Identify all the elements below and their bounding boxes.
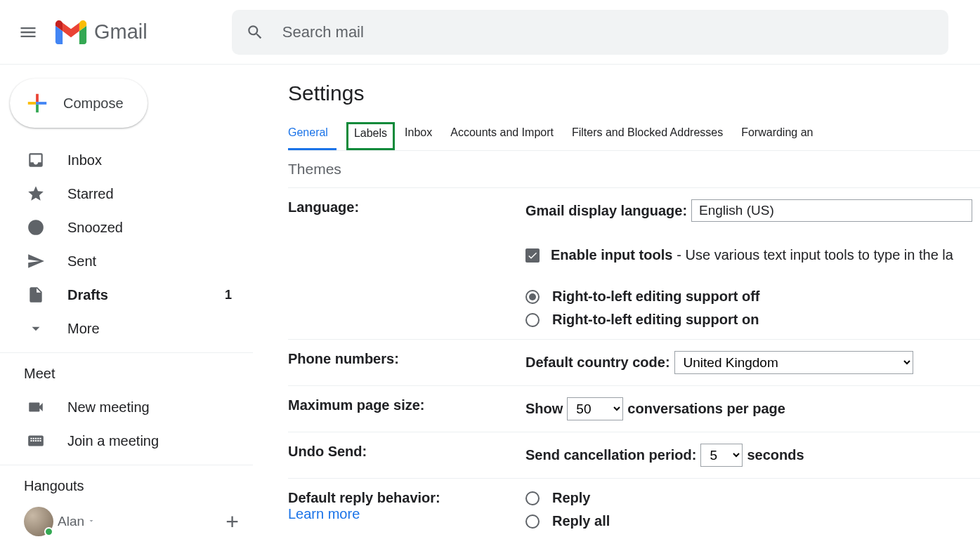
new-meeting-button[interactable]: New meeting [0,390,253,424]
hangouts-user-row[interactable]: Alan + [0,503,253,540]
reply-option-label: Reply [552,490,590,506]
gmail-logo-text: Gmail [94,20,148,44]
avatar [24,507,53,536]
tab-filters-blocked[interactable]: Filters and Blocked Addresses [572,122,731,150]
sidebar-item-more[interactable]: More [0,312,253,345]
sidebar-item-sent[interactable]: Sent [0,244,253,278]
keyboard-icon [27,432,45,450]
inbox-icon [27,151,45,169]
undo-send-label: Undo Send: [288,444,525,467]
learn-more-link[interactable]: Learn more [288,506,525,522]
tab-labels[interactable]: Labels [346,122,395,150]
sidebar-item-snoozed[interactable]: Snoozed [0,211,253,244]
page-size-suffix: conversations per page [627,401,785,417]
new-hangout-button[interactable]: + [226,509,239,535]
tab-general[interactable]: General [288,122,337,150]
language-label: Language: [288,199,525,328]
compose-plus-icon [25,91,49,115]
page-title: Settings [288,81,980,105]
search-icon [246,23,264,41]
svg-rect-0 [36,102,39,105]
cancel-period-label: Send cancellation period: [525,447,696,463]
rtl-on-label: Right-to-left editing support on [552,312,759,328]
video-icon [27,398,45,416]
enable-input-tools-label: Enable input tools [551,247,672,263]
star-icon [27,185,45,203]
gmail-logo-icon [55,20,87,44]
compose-button[interactable]: Compose [10,79,148,128]
country-code-label: Default country code: [525,354,670,371]
tab-themes[interactable]: Themes [288,161,341,177]
page-size-select[interactable]: 50 [567,397,623,420]
page-size-show: Show [525,401,563,417]
rtl-off-radio[interactable] [525,290,540,304]
reply-all-radio[interactable] [525,515,540,529]
app-header: Gmail [0,0,980,65]
sidebar-item-label: More [67,321,100,337]
clock-icon [27,218,45,237]
tab-accounts-import[interactable]: Accounts and Import [450,122,562,150]
hangouts-section-title: Hangouts [0,465,253,503]
rtl-off-label: Right-to-left editing support off [552,288,759,305]
gmail-logo[interactable]: Gmail [55,20,148,44]
enable-input-tools-desc: - Use various text input tools to type i… [677,247,953,263]
search-bar[interactable] [232,10,948,55]
sidebar-item-label: Inbox [67,152,102,168]
main-menu-button[interactable] [11,15,45,49]
page-size-label: Maximum page size: [288,397,525,420]
cancel-period-select[interactable]: 5 [700,444,743,467]
sidebar-item-label: Sent [67,253,96,270]
meet-section-title: Meet [0,353,253,390]
chevron-down-icon [27,319,45,338]
check-icon [527,250,538,261]
sidebar-item-label: Starred [67,186,114,202]
send-icon [27,252,45,270]
cancel-period-suffix: seconds [747,447,804,463]
sidebar-item-label: New meeting [67,399,150,416]
settings-tabs: General Labels Inbox Accounts and Import… [288,122,980,151]
rtl-on-radio[interactable] [525,313,540,327]
phone-numbers-label: Phone numbers: [288,351,525,374]
sidebar-item-label: Join a meeting [67,433,159,449]
sidebar-item-inbox[interactable]: Inbox [0,143,253,177]
file-icon [27,286,45,304]
reply-all-option-label: Reply all [552,513,610,529]
reply-behavior-label: Default reply behavior: [288,490,525,506]
sidebar-item-drafts[interactable]: Drafts 1 [0,278,253,312]
search-input[interactable] [281,22,934,42]
tab-forwarding[interactable]: Forwarding an [741,122,821,150]
settings-main: Settings General Labels Inbox Accounts a… [253,65,980,551]
hamburger-icon [18,22,38,42]
hangouts-username: Alan [58,514,84,529]
drafts-count: 1 [225,288,232,303]
compose-label: Compose [63,95,124,112]
sidebar-item-label: Drafts [67,287,108,303]
join-meeting-button[interactable]: Join a meeting [0,424,253,458]
sidebar-item-starred[interactable]: Starred [0,177,253,211]
caret-down-icon [87,515,96,528]
display-language-label: Gmail display language: [525,203,687,219]
display-language-select[interactable]: English (US) [691,199,972,222]
country-code-select[interactable]: United Kingdom [674,351,913,374]
sidebar-item-label: Snoozed [67,220,123,236]
enable-input-tools-checkbox[interactable] [525,248,540,263]
tab-inbox[interactable]: Inbox [405,122,440,150]
sidebar: Compose Inbox Starred Snoozed Sent Draft… [0,65,253,551]
reply-radio[interactable] [525,491,540,505]
presence-indicator-icon [44,527,53,536]
